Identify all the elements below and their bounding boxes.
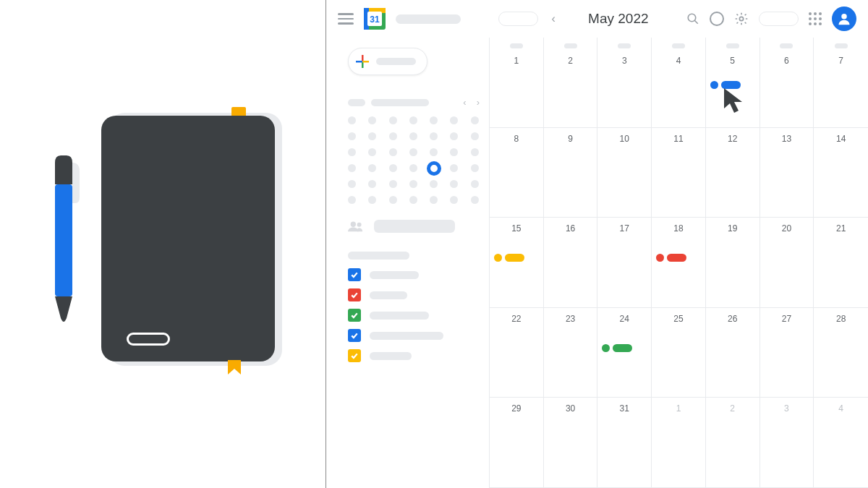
day-cell[interactable]: 17 — [597, 218, 652, 308]
calendar-checkbox[interactable] — [348, 309, 361, 322]
calendar-checkbox[interactable] — [348, 329, 361, 342]
calendar-item[interactable] — [348, 349, 482, 362]
event-chip[interactable] — [656, 254, 686, 262]
search-people[interactable] — [348, 220, 482, 233]
calendar-item[interactable] — [348, 329, 482, 342]
today-button[interactable] — [498, 12, 538, 26]
mini-cal-day[interactable] — [348, 132, 356, 140]
mini-cal-day[interactable] — [348, 196, 356, 204]
day-cell[interactable]: 15 — [490, 218, 544, 308]
mini-cal-day[interactable] — [409, 116, 417, 124]
day-cell[interactable]: 2 — [544, 38, 598, 128]
support-icon[interactable] — [710, 12, 724, 26]
day-cell[interactable]: 7 — [814, 38, 868, 128]
mini-cal-day[interactable] — [368, 180, 376, 188]
calendar-checkbox[interactable] — [348, 268, 361, 281]
calendar-item[interactable] — [348, 309, 482, 322]
day-cell[interactable]: 3 — [760, 398, 814, 488]
mini-cal-day[interactable] — [389, 116, 397, 124]
day-cell[interactable]: 20 — [760, 218, 814, 308]
day-cell[interactable]: 14 — [814, 128, 868, 218]
create-button[interactable] — [348, 48, 427, 75]
day-cell[interactable]: 10 — [597, 128, 652, 218]
mini-cal-day[interactable] — [430, 148, 438, 156]
day-cell[interactable]: 30 — [544, 398, 598, 488]
mini-cal-day[interactable] — [348, 116, 356, 124]
mini-cal-day[interactable] — [430, 132, 438, 140]
mini-cal-day[interactable] — [471, 132, 479, 140]
day-cell[interactable]: 13 — [760, 128, 814, 218]
mini-cal-day[interactable] — [430, 116, 438, 124]
calendar-checkbox[interactable] — [348, 288, 361, 301]
mini-cal-day[interactable] — [368, 132, 376, 140]
calendar-checkbox[interactable] — [348, 349, 361, 362]
mini-cal-day[interactable] — [450, 196, 458, 204]
mini-cal-day[interactable] — [430, 180, 438, 188]
day-cell[interactable]: 5 — [706, 38, 760, 128]
day-cell[interactable]: 28 — [814, 308, 868, 398]
mini-cal-day[interactable] — [471, 196, 479, 204]
mini-cal-day[interactable] — [389, 164, 397, 172]
mini-cal-day[interactable] — [368, 164, 376, 172]
mini-cal-day[interactable] — [471, 180, 479, 188]
day-cell[interactable]: 1 — [490, 38, 544, 128]
mini-cal-day[interactable] — [471, 148, 479, 156]
event-chip[interactable] — [494, 254, 524, 262]
day-cell[interactable]: 25 — [652, 308, 706, 398]
mini-cal-day[interactable] — [450, 180, 458, 188]
mini-cal-day[interactable] — [409, 132, 417, 140]
day-cell[interactable]: 22 — [490, 308, 544, 398]
mini-cal-day[interactable] — [409, 180, 417, 188]
mini-cal-day[interactable] — [368, 196, 376, 204]
mini-calendar[interactable] — [348, 116, 482, 204]
mini-cal-day[interactable] — [389, 180, 397, 188]
settings-icon[interactable] — [734, 12, 749, 26]
day-cell[interactable]: 27 — [760, 308, 814, 398]
day-cell[interactable]: 31 — [597, 398, 652, 488]
day-cell[interactable]: 4 — [652, 38, 706, 128]
day-cell[interactable]: 16 — [544, 218, 598, 308]
mini-cal-day[interactable] — [389, 148, 397, 156]
mini-cal-day[interactable] — [450, 132, 458, 140]
mini-cal-day[interactable] — [430, 196, 438, 204]
calendar-item[interactable] — [348, 268, 482, 281]
mini-cal-day[interactable] — [368, 116, 376, 124]
prev-month-icon[interactable]: ‹ — [548, 12, 558, 25]
day-cell[interactable]: 18 — [652, 218, 706, 308]
event-chip[interactable] — [710, 81, 741, 89]
day-cell[interactable]: 23 — [544, 308, 598, 398]
mini-cal-day[interactable] — [450, 116, 458, 124]
apps-icon[interactable] — [809, 12, 822, 25]
mini-cal-day[interactable] — [348, 180, 356, 188]
mini-cal-day[interactable] — [389, 196, 397, 204]
view-switcher[interactable] — [759, 12, 799, 26]
mini-cal-day[interactable] — [471, 164, 479, 172]
mini-cal-day[interactable] — [450, 148, 458, 156]
mini-cal-day[interactable] — [389, 132, 397, 140]
event-chip[interactable] — [602, 344, 632, 352]
day-cell[interactable]: 12 — [706, 128, 760, 218]
mini-cal-day[interactable] — [409, 148, 417, 156]
menu-icon[interactable] — [338, 13, 354, 25]
mini-cal-day[interactable] — [348, 148, 356, 156]
day-cell[interactable]: 26 — [706, 308, 760, 398]
day-cell[interactable]: 9 — [544, 128, 598, 218]
day-cell[interactable]: 19 — [706, 218, 760, 308]
day-cell[interactable]: 29 — [490, 398, 544, 488]
mini-cal-day[interactable] — [471, 116, 479, 124]
mini-cal-day[interactable] — [409, 164, 417, 172]
search-icon[interactable] — [686, 12, 699, 25]
day-cell[interactable]: 21 — [814, 218, 868, 308]
day-cell[interactable]: 3 — [597, 38, 652, 128]
mini-cal-day[interactable] — [409, 196, 417, 204]
mini-cal-day[interactable] — [368, 148, 376, 156]
day-cell[interactable]: 2 — [706, 398, 760, 488]
day-cell[interactable]: 1 — [652, 398, 706, 488]
day-cell[interactable]: 6 — [760, 38, 814, 128]
mini-cal-day[interactable] — [427, 161, 441, 176]
day-cell[interactable]: 11 — [652, 128, 706, 218]
mini-cal-day[interactable] — [450, 164, 458, 172]
mini-next-icon[interactable]: › — [475, 97, 482, 108]
day-cell[interactable]: 4 — [814, 398, 868, 488]
account-avatar[interactable] — [832, 7, 856, 31]
